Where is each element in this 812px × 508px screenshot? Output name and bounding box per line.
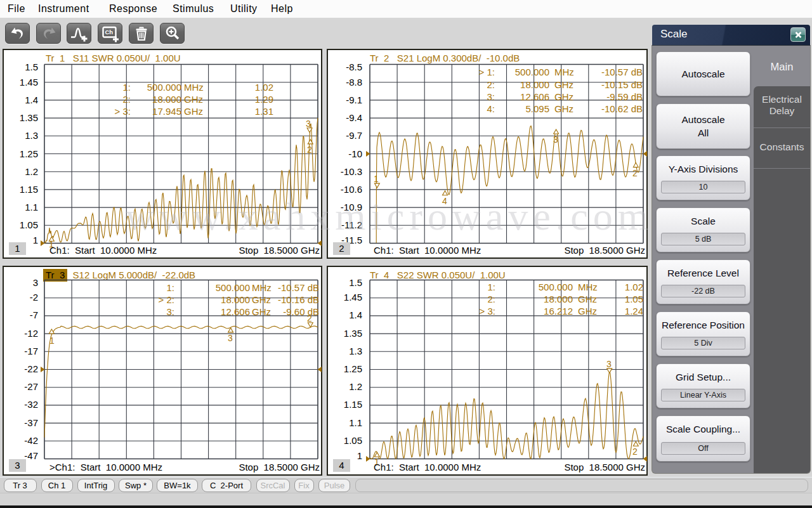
svg-text:Ch: Ch [105, 29, 113, 36]
